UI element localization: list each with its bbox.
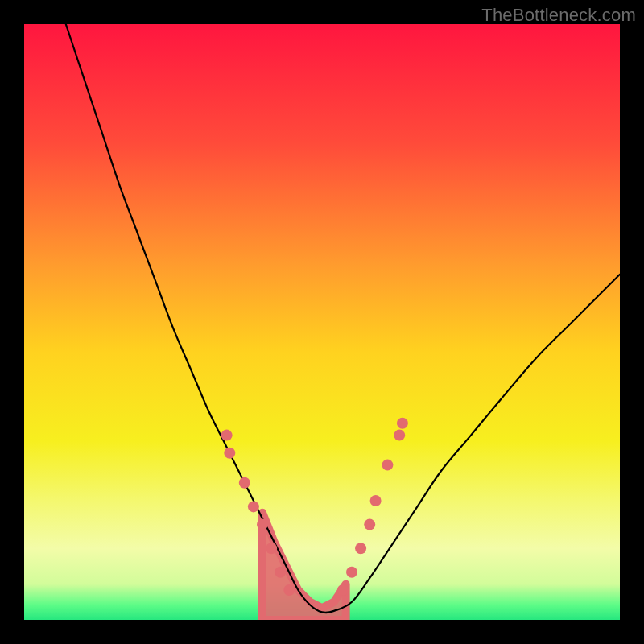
marker-dot — [257, 519, 268, 530]
marker-dot — [283, 584, 295, 596]
marker-dot — [346, 567, 357, 578]
marker-dot — [275, 567, 286, 578]
marker-dot — [397, 418, 408, 429]
marker-dot — [337, 584, 349, 596]
marker-dot — [370, 495, 382, 506]
gradient-background — [24, 24, 620, 620]
marker-dot — [224, 448, 235, 459]
marker-dot — [382, 460, 393, 471]
marker-dot — [394, 430, 405, 441]
marker-dot — [221, 430, 233, 441]
chart-frame: TheBottleneck.com — [0, 0, 644, 644]
marker-dot — [248, 501, 259, 512]
watermark-text: TheBottleneck.com — [481, 5, 636, 26]
bottleneck-chart — [24, 24, 620, 620]
plot-area — [24, 24, 620, 620]
marker-dot — [266, 543, 277, 554]
marker-dot — [364, 519, 375, 530]
marker-dot — [239, 477, 250, 489]
marker-dot — [355, 543, 366, 554]
